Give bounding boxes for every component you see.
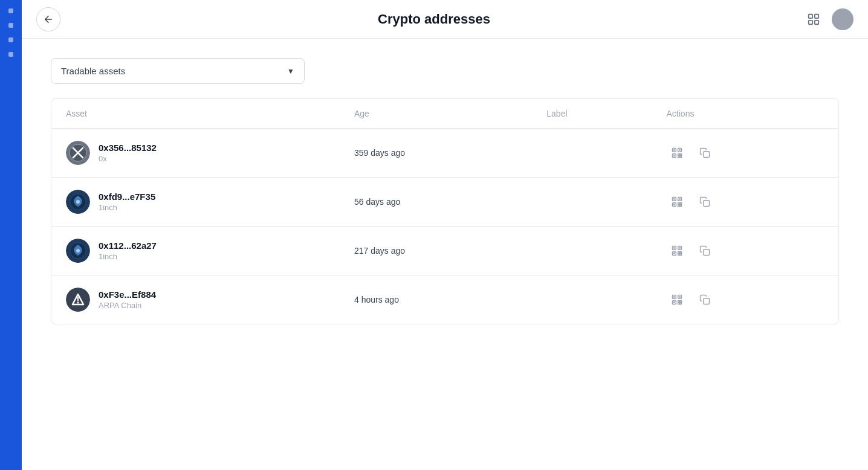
age-cell-3: 4 hours ago: [340, 275, 532, 324]
copy-button-2[interactable]: [695, 240, 715, 261]
asset-network-2: 1inch: [99, 252, 157, 261]
svg-point-50: [77, 302, 79, 304]
svg-point-21: [76, 200, 80, 204]
col-header-asset: Asset: [51, 99, 340, 129]
sidebar: [0, 0, 22, 470]
svg-rect-54: [678, 301, 679, 303]
asset-network-3: ARPA Chain: [99, 301, 156, 310]
svg-rect-11: [678, 154, 679, 155]
svg-rect-13: [678, 156, 679, 158]
label-cell-0: [532, 129, 652, 178]
filter-selected-label: Tradable assets: [61, 66, 125, 76]
svg-rect-16: [679, 149, 681, 151]
back-button[interactable]: [36, 7, 60, 31]
header: Crypto addresses: [22, 0, 868, 39]
svg-rect-57: [680, 303, 682, 304]
table-row: 0xF3e...Ef884 ARPA Chain 4 hours ago: [51, 275, 838, 324]
avatar[interactable]: [832, 8, 853, 30]
svg-rect-17: [673, 155, 675, 156]
qr-code-button-1[interactable]: [667, 192, 687, 212]
col-header-age: Age: [340, 99, 532, 129]
svg-rect-31: [673, 204, 675, 205]
sidebar-item-2: [8, 23, 13, 28]
asset-text-2: 0x112...62a27 1inch: [99, 240, 157, 261]
col-header-actions: Actions: [652, 99, 838, 129]
filter-dropdown[interactable]: Tradable assets ▼: [51, 58, 305, 84]
svg-rect-25: [678, 203, 679, 205]
svg-rect-18: [703, 152, 709, 158]
grid-icon[interactable]: [803, 8, 824, 30]
actions-container-3: [667, 289, 824, 310]
label-cell-1: [532, 178, 652, 227]
asset-cell-3: 0xF3e...Ef884 ARPA Chain: [51, 275, 340, 324]
svg-rect-27: [678, 205, 679, 207]
svg-rect-44: [679, 247, 681, 249]
asset-cell-0: 0x356...85132 0x: [51, 129, 340, 178]
svg-rect-40: [680, 252, 682, 254]
qr-code-button-0[interactable]: [667, 143, 687, 163]
main-content: Crypto addresses Tradable assets ▼: [22, 0, 868, 470]
svg-rect-29: [673, 198, 675, 200]
svg-rect-59: [679, 296, 681, 298]
age-value-2: 217 days ago: [354, 246, 405, 256]
svg-rect-39: [678, 252, 679, 254]
asset-info-2: 0x112...62a27 1inch: [66, 239, 325, 263]
asset-cell-2: 0x112...62a27 1inch: [51, 227, 340, 275]
qr-code-button-2[interactable]: [667, 240, 687, 261]
asset-address-2: 0x112...62a27: [99, 240, 157, 251]
svg-rect-3: [815, 20, 818, 24]
svg-rect-15: [673, 149, 675, 151]
actions-cell-2: [652, 227, 838, 275]
asset-address-1: 0xfd9...e7F35: [99, 192, 155, 202]
actions-container-1: [667, 192, 824, 212]
copy-button-0[interactable]: [695, 143, 715, 163]
asset-info-1: 0xfd9...e7F35 1inch: [66, 190, 325, 214]
age-value-0: 359 days ago: [354, 148, 405, 158]
qr-code-button-3[interactable]: [667, 289, 687, 310]
age-cell-0: 359 days ago: [340, 129, 532, 178]
asset-address-3: 0xF3e...Ef884: [99, 289, 156, 300]
svg-rect-56: [678, 303, 679, 304]
asset-text-1: 0xfd9...e7F35 1inch: [99, 192, 155, 212]
label-cell-3: [532, 275, 652, 324]
table-row: 0x112...62a27 1inch 217 days ago: [51, 227, 838, 275]
asset-icon-0: [66, 141, 90, 165]
filter-container: Tradable assets ▼: [51, 58, 839, 84]
table-row: 0x356...85132 0x 359 days ago: [51, 129, 838, 178]
sidebar-item-4: [8, 52, 13, 57]
header-left: [36, 7, 60, 31]
asset-cell-1: 0xfd9...e7F35 1inch: [51, 178, 340, 227]
svg-rect-61: [703, 298, 709, 304]
svg-rect-30: [679, 198, 681, 200]
actions-container-0: [667, 143, 824, 163]
svg-rect-28: [680, 205, 682, 207]
asset-text-3: 0xF3e...Ef884 ARPA Chain: [99, 289, 156, 310]
asset-text-0: 0x356...85132 0x: [99, 143, 157, 163]
svg-rect-32: [703, 201, 709, 207]
age-value-3: 4 hours ago: [354, 295, 399, 304]
svg-rect-60: [673, 301, 675, 303]
age-cell-2: 217 days ago: [340, 227, 532, 275]
age-value-1: 56 days ago: [354, 197, 400, 207]
svg-rect-0: [809, 14, 812, 18]
actions-cell-0: [652, 129, 838, 178]
sidebar-item-1: [8, 8, 13, 13]
copy-button-1[interactable]: [695, 192, 715, 212]
svg-rect-1: [815, 14, 818, 18]
asset-icon-2: [66, 239, 90, 263]
label-cell-2: [532, 227, 652, 275]
addresses-table: Asset Age Label Actions 0x356...85132 0x: [51, 99, 838, 324]
actions-cell-1: [652, 178, 838, 227]
content: Tradable assets ▼ Asset Age Label Action…: [22, 39, 868, 470]
svg-rect-14: [680, 156, 682, 158]
svg-rect-12: [680, 154, 682, 155]
svg-point-35: [76, 249, 80, 253]
copy-button-3[interactable]: [695, 289, 715, 310]
sidebar-item-3: [8, 37, 13, 42]
chevron-down-icon: ▼: [287, 67, 294, 76]
actions-cell-3: [652, 275, 838, 324]
asset-network-1: 1inch: [99, 203, 155, 212]
svg-rect-45: [673, 253, 675, 254]
table-header-row: Asset Age Label Actions: [51, 99, 838, 129]
svg-rect-41: [678, 254, 679, 256]
